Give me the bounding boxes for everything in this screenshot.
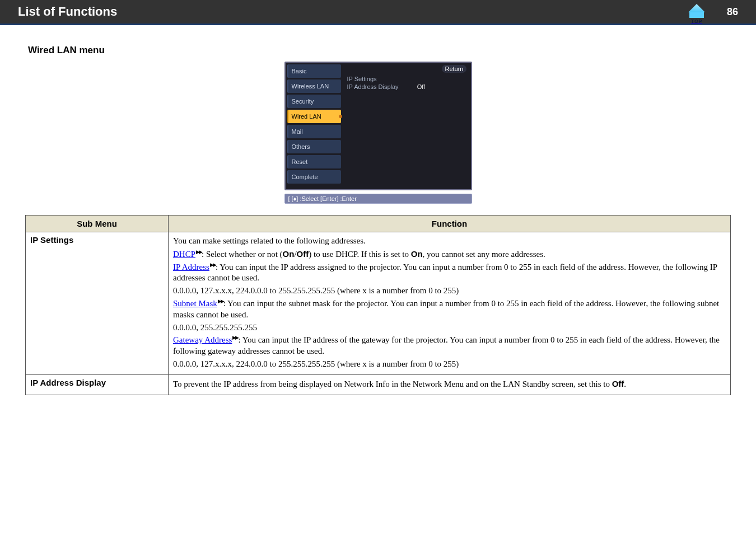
subnet-rest: : You can input the subnet mask for the … [173,299,719,319]
gateway-rest: : You can input the IP address of the ga… [173,335,720,355]
table-row: IP Settings You can make settings relate… [26,232,731,375]
page-title: List of Functions [18,4,117,19]
header-bar: List of Functions TOP 86 [0,0,756,25]
table-row: IP Address Display To prevent the IP add… [26,374,731,395]
dhcp-rest: : Select whether or not ( [202,250,283,259]
dhcp-off: Off [297,249,309,259]
osd-tab-basic: Basic [287,64,341,78]
ipdisplay-off: Off [612,379,624,388]
function-table: Sub Menu Function IP Settings You can ma… [25,215,731,395]
dhcp-on: On [283,249,295,259]
th-submenu: Sub Menu [26,216,169,232]
row-ipsettings-name: IP Settings [26,232,169,375]
dhcp-line: DHCP▶▶: Select whether or not (On/Off) t… [173,249,726,260]
osd-row-ipsettings: IP Settings [347,76,466,82]
osd-tab-wired-label: Wired LAN [292,113,321,120]
active-indicator-icon [339,115,342,118]
top-link[interactable]: TOP [687,4,707,24]
gateway-range: 0.0.0.0, 127.x.x.x, 224.0.0.0 to 255.255… [173,359,726,370]
ip-intro: You can make settings related to the fol… [173,236,726,247]
ipdisplay-post: . [624,380,626,388]
ipaddress-glossary-link[interactable]: IP Address [173,263,209,271]
osd-return: Return [442,65,466,73]
osd-tab-security: Security [287,95,341,108]
ipdisplay-pre: To prevent the IP address from being dis… [173,380,612,388]
glossary-icon: ▶▶ [196,249,202,256]
ip-rest: : You can input the IP address assigned … [173,263,717,283]
dhcp-on2: On [411,249,423,259]
gateway-glossary-link[interactable]: Gateway Address [173,335,232,344]
osd-nav: Basic Wireless LAN Security Wired LAN Ma… [286,63,343,189]
osd-tab-others: Others [287,140,341,153]
glossary-icon: ▶▶ [232,335,238,341]
dhcp-tail: , you cannot set any more addresses. [423,250,545,259]
subnet-glossary-link[interactable]: Subnet Mask [173,299,217,308]
osd-tab-complete: Complete [287,170,341,184]
row-ipdisplay-name: IP Address Display [26,374,169,395]
house-icon [688,4,705,12]
osd-tab-wireless: Wireless LAN [287,79,341,93]
osd-content: Return IP Settings IP Address Display Of… [343,63,471,189]
glossary-icon: ▶▶ [210,262,216,269]
th-function: Function [169,216,731,232]
row-ipdisplay-function: To prevent the IP address from being dis… [169,374,731,395]
row-ipsettings-function: You can make settings related to the fol… [169,232,731,375]
osd-hint: [ [♦] :Select [Enter] :Enter [284,194,472,204]
section-title: Wired LAN menu [28,45,756,56]
ip-range: 0.0.0.0, 127.x.x.x, 224.0.0.0 to 255.255… [173,285,726,297]
page-number: 86 [727,6,738,18]
ipaddress-line: IP Address▶▶: You can input the IP addre… [173,262,726,284]
subnet-line: Subnet Mask▶▶: You can input the subnet … [173,298,726,321]
dhcp-glossary-link[interactable]: DHCP [173,250,195,259]
osd-tab-mail: Mail [287,125,341,138]
osd-tab-reset: Reset [287,155,341,168]
dhcp-after: ) to use DHCP. If this is set to [309,250,411,259]
osd-ipdisplay-value: Off [417,83,425,90]
top-label: TOP [691,18,702,24]
ipdisplay-text: To prevent the IP address from being dis… [173,378,726,390]
subnet-range: 0.0.0.0, 255.255.255.255 [173,322,726,334]
glossary-icon: ▶▶ [218,298,223,305]
osd-screenshot: Basic Wireless LAN Security Wired LAN Ma… [284,62,472,204]
house-icon-body [689,12,704,18]
gateway-line: Gateway Address▶▶: You can input the IP … [173,335,726,357]
osd-ipdisplay-label: IP Address Display [347,83,399,90]
osd-tab-wired: Wired LAN [287,110,341,123]
osd-row-ipdisplay: IP Address Display Off [347,83,466,90]
osd-panel: Basic Wireless LAN Security Wired LAN Ma… [284,62,472,190]
